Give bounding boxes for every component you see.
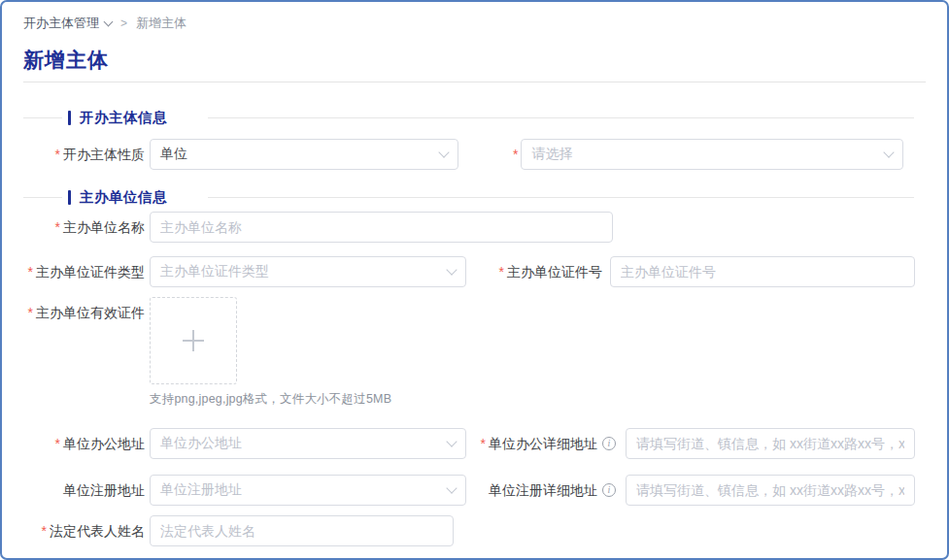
form-row-org-cert: *主办单位证件类型 主办单位证件类型 *主办单位证件号 xyxy=(23,256,926,287)
section-bar xyxy=(68,190,71,205)
upload-button[interactable] xyxy=(150,297,237,384)
subject-type-select[interactable]: 请选择 xyxy=(521,139,903,170)
required-mark: * xyxy=(513,139,518,170)
chevron-down-icon xyxy=(104,16,114,26)
chevron-down-icon xyxy=(438,147,449,157)
info-icon[interactable]: i xyxy=(602,437,616,450)
section-line xyxy=(208,117,914,118)
breadcrumb-current: 新增主体 xyxy=(136,15,186,32)
org-cert-no-input[interactable] xyxy=(610,256,915,287)
office-addr-label: *单位办公地址 xyxy=(23,428,145,459)
page-title: 新增主体 xyxy=(23,47,926,72)
add-subject-page: 开办主体管理 > 新增主体 新增主体 开办主体信息 *开办主体性质 单位 * 请… xyxy=(0,0,949,560)
required-mark: * xyxy=(55,436,60,451)
form-row-org-name: *主办单位名称 xyxy=(23,212,926,243)
reg-addr-placeholder: 单位注册地址 xyxy=(160,481,242,499)
upload-tip: 支持png,jpeg,jpg格式，文件大小不超过5MB xyxy=(150,391,391,408)
org-cert-file-label: *主办单位有效证件 xyxy=(23,297,145,322)
upload-area: 支持png,jpeg,jpg格式，文件大小不超过5MB xyxy=(150,297,391,408)
form-row-office-address: *单位办公地址 单位办公地址 *单位办公详细地址i xyxy=(23,428,926,459)
required-mark: * xyxy=(55,147,60,162)
required-mark: * xyxy=(28,264,33,280)
breadcrumb-root-label: 开办主体管理 xyxy=(23,15,99,32)
reg-addr-label: 单位注册地址 xyxy=(23,475,145,506)
required-mark: * xyxy=(28,305,33,320)
org-cert-type-placeholder: 主办单位证件类型 xyxy=(160,263,269,280)
breadcrumb-separator: > xyxy=(120,16,127,30)
section-header-subject: 开办主体信息 xyxy=(23,108,926,127)
subject-type-placeholder: 请选择 xyxy=(531,146,572,163)
office-addr-placeholder: 单位办公地址 xyxy=(160,435,242,452)
org-name-label: *主办单位名称 xyxy=(23,212,145,243)
form-row-org-cert-file: *主办单位有效证件 支持png,jpeg,jpg格式，文件大小不超过5MB xyxy=(23,297,926,408)
reg-addr-detail-label: 单位注册详细地址i xyxy=(486,475,616,506)
plus-icon xyxy=(183,330,204,351)
chevron-down-icon xyxy=(884,147,895,157)
chevron-down-icon xyxy=(446,436,457,446)
reg-addr-select[interactable]: 单位注册地址 xyxy=(150,475,466,506)
org-cert-no-label: *主办单位证件号 xyxy=(490,256,602,287)
form-row-legal-rep: *法定代表人姓名 xyxy=(23,515,926,546)
required-mark: * xyxy=(499,256,504,287)
org-name-input[interactable] xyxy=(150,212,613,243)
breadcrumb-root[interactable]: 开办主体管理 xyxy=(23,15,112,32)
chevron-down-icon xyxy=(446,264,457,275)
form-row-subject-nature: *开办主体性质 单位 * 请选择 xyxy=(23,139,926,170)
required-mark: * xyxy=(481,428,486,459)
legal-rep-input[interactable] xyxy=(150,515,454,546)
org-cert-type-select[interactable]: 主办单位证件类型 xyxy=(150,256,466,287)
org-cert-type-label: *主办单位证件类型 xyxy=(23,256,145,287)
section-title-subject: 开办主体信息 xyxy=(80,109,167,127)
reg-addr-detail-input[interactable] xyxy=(626,475,915,506)
subject-nature-label: *开办主体性质 xyxy=(23,139,145,170)
required-mark: * xyxy=(42,523,47,539)
section-line xyxy=(23,117,62,118)
legal-rep-label: *法定代表人姓名 xyxy=(23,515,145,546)
chevron-down-icon xyxy=(446,482,457,493)
section-line xyxy=(208,197,914,198)
info-icon[interactable]: i xyxy=(602,483,616,497)
section-header-organizer: 主办单位信息 xyxy=(23,187,926,207)
office-addr-detail-label: *单位办公详细地址i xyxy=(486,428,616,459)
subject-nature-value: 单位 xyxy=(160,146,187,163)
required-mark: * xyxy=(55,219,60,235)
section-title-organizer: 主办单位信息 xyxy=(80,188,167,207)
section-bar xyxy=(68,111,71,125)
office-addr-select[interactable]: 单位办公地址 xyxy=(150,428,466,459)
title-divider xyxy=(23,82,926,82)
office-addr-detail-input[interactable] xyxy=(626,428,915,459)
form-row-reg-address: 单位注册地址 单位注册地址 单位注册详细地址i xyxy=(23,475,926,506)
section-line xyxy=(23,197,62,198)
breadcrumb: 开办主体管理 > 新增主体 xyxy=(23,14,926,33)
subject-nature-select[interactable]: 单位 xyxy=(150,139,458,170)
